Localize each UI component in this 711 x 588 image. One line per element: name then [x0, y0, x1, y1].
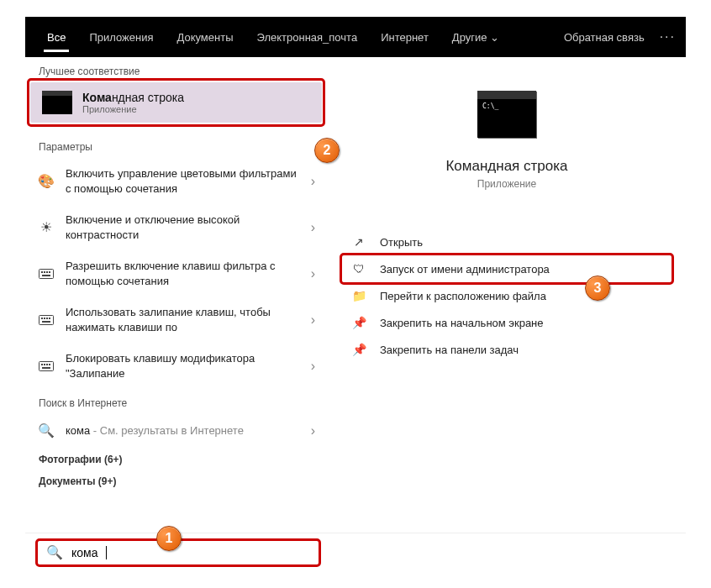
action-open[interactable]: ↗ Открыть — [348, 228, 666, 255]
action-run-as-admin[interactable]: 🛡 Запуск от имени администратора — [348, 255, 666, 282]
search-icon: 🔍 — [46, 544, 63, 560]
app-large-icon — [477, 91, 536, 138]
action-label: Закрепить на начальном экране — [380, 317, 544, 329]
search-icon: 🔍 — [37, 423, 55, 438]
color-filter-icon: 🎨 — [37, 173, 55, 189]
chevron-right-icon: › — [311, 423, 315, 438]
best-match-title: Командная строка — [82, 91, 184, 104]
chevron-right-icon: › — [311, 220, 315, 235]
section-settings: Параметры — [25, 133, 327, 158]
section-best-match: Лучшее соответствие — [25, 57, 327, 82]
keyboard-icon — [37, 268, 55, 280]
svg-rect-6 — [40, 315, 54, 324]
tab-label: Электронная_почта — [256, 31, 357, 44]
section-documents[interactable]: Документы (9+) — [25, 469, 327, 491]
svg-rect-4 — [49, 271, 50, 273]
svg-rect-11 — [42, 321, 50, 323]
svg-rect-0 — [40, 269, 54, 278]
annotation-badge-1: 1 — [156, 526, 182, 551]
action-pin-taskbar[interactable]: 📌 Закрепить на панели задач — [348, 336, 666, 363]
item-text: Использовать залипание клавиш, чтобы наж… — [66, 305, 301, 334]
best-match-item[interactable]: Командная строка Приложение — [30, 82, 322, 123]
svg-rect-17 — [42, 367, 50, 369]
item-text: кома - См. результаты в Интернете — [66, 423, 301, 438]
settings-item[interactable]: Блокировать клавишу модификатора "Залипа… — [25, 343, 327, 389]
annotation-badge-2: 2 — [314, 138, 340, 163]
tab-documents[interactable]: Документы — [165, 17, 245, 57]
item-text: Разрешить включение клавиш фильтра с пом… — [66, 259, 301, 288]
svg-rect-9 — [46, 318, 48, 319]
web-search-item[interactable]: 🔍 кома - См. результаты в Интернете › — [25, 414, 327, 447]
tab-label: Приложения — [89, 31, 153, 44]
chevron-right-icon: › — [311, 174, 315, 189]
svg-rect-5 — [42, 275, 50, 276]
open-icon: ↗ — [351, 235, 366, 249]
tab-label: Другие — [452, 31, 487, 44]
tab-all[interactable]: Все — [35, 17, 77, 57]
annotation-badge-3: 3 — [585, 276, 610, 301]
section-photos[interactable]: Фотографии (6+) — [25, 447, 327, 469]
more-icon[interactable]: ··· — [660, 29, 676, 45]
admin-icon: 🛡 — [351, 262, 366, 276]
svg-rect-8 — [44, 318, 45, 319]
cmd-icon — [42, 91, 72, 114]
preview-subtitle: Приложение — [477, 178, 536, 190]
tab-other[interactable]: Другие⌄ — [440, 17, 512, 57]
action-pin-start[interactable]: 📌 Закрепить на начальном экране — [348, 309, 666, 336]
pin-icon: 📌 — [351, 316, 366, 329]
text-caret — [106, 546, 107, 559]
tab-label: Все — [47, 31, 66, 44]
action-label: Перейти к расположению файла — [380, 290, 546, 302]
feedback-link[interactable]: Обратная связь — [564, 31, 645, 44]
svg-rect-2 — [44, 271, 45, 273]
item-text: Включение и отключение высокой контрастн… — [66, 213, 301, 242]
tab-apps[interactable]: Приложения — [77, 17, 165, 57]
action-label: Запуск от имени администратора — [380, 263, 550, 276]
item-text: Блокировать клавишу модификатора "Залипа… — [66, 351, 301, 381]
pin-icon: 📌 — [351, 343, 366, 356]
item-text: Включить управление цветовыми фильтрами … — [66, 166, 301, 196]
section-web: Поиск в Интернете — [25, 389, 327, 414]
svg-rect-12 — [40, 361, 54, 370]
keyboard-icon — [37, 314, 55, 326]
action-label: Открыть — [380, 236, 423, 249]
action-file-location[interactable]: 📁 Перейти к расположению файла — [348, 282, 666, 309]
settings-item[interactable]: Разрешить включение клавиш фильтра с пом… — [25, 250, 327, 297]
chevron-right-icon: › — [311, 312, 315, 328]
svg-rect-3 — [46, 271, 48, 273]
svg-rect-16 — [49, 364, 50, 365]
settings-item[interactable]: ☀ Включение и отключение высокой контрас… — [25, 204, 327, 250]
tab-label: Документы — [176, 31, 233, 44]
folder-icon: 📁 — [351, 289, 366, 302]
search-text: кома — [71, 546, 97, 559]
chevron-down-icon: ⌄ — [490, 31, 499, 44]
svg-rect-14 — [44, 364, 45, 365]
svg-rect-7 — [41, 318, 43, 319]
chevron-right-icon: › — [311, 359, 315, 374]
settings-item[interactable]: 🎨 Включить управление цветовыми фильтрам… — [25, 158, 327, 204]
tab-internet[interactable]: Интернет — [369, 17, 440, 57]
preview-title: Командная строка — [445, 158, 567, 175]
chevron-right-icon: › — [311, 266, 315, 281]
svg-rect-10 — [49, 318, 50, 319]
svg-rect-15 — [46, 364, 48, 365]
best-match-subtitle: Приложение — [82, 104, 184, 114]
settings-item[interactable]: Использовать залипание клавиш, чтобы наж… — [25, 297, 327, 343]
contrast-icon: ☀ — [37, 219, 55, 235]
action-label: Закрепить на панели задач — [380, 344, 519, 356]
tab-label: Интернет — [381, 31, 429, 44]
svg-rect-1 — [41, 271, 43, 273]
keyboard-icon — [37, 360, 55, 372]
svg-rect-13 — [41, 364, 43, 365]
tab-email[interactable]: Электронная_почта — [245, 17, 369, 57]
